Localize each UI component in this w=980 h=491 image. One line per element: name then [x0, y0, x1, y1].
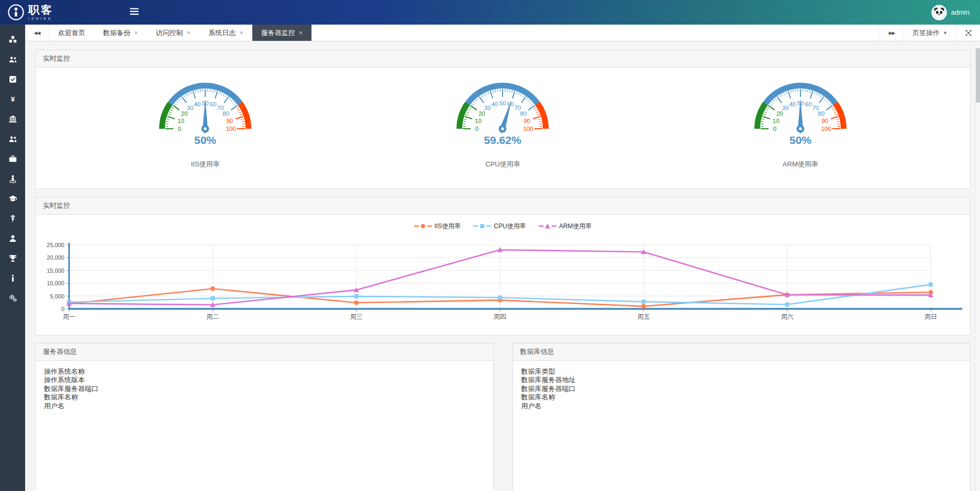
svg-text:周四: 周四	[494, 313, 506, 320]
gauge-title: IIS使用率	[191, 160, 220, 169]
scrollbar-thumb[interactable]	[976, 48, 980, 103]
tab-close-icon[interactable]: ×	[187, 29, 191, 36]
legend-marker-square-icon	[473, 223, 491, 229]
svg-text:90: 90	[226, 118, 233, 124]
svg-text:周二: 周二	[206, 313, 219, 320]
svg-text:30: 30	[187, 105, 194, 111]
svg-text:0: 0	[61, 306, 64, 312]
sidebar-item-graduation-cap[interactable]	[0, 188, 25, 208]
svg-text:¥: ¥	[10, 95, 15, 103]
user-menu[interactable]: admin	[931, 5, 980, 20]
gauge-value: 50%	[194, 134, 216, 146]
child-icon	[8, 214, 17, 223]
sidebar-item-child[interactable]	[0, 208, 25, 228]
gauge-2: 010203040506070809010050%ARM使用率	[748, 75, 853, 169]
db-info-panel: 数据库信息 数据库类型数据库服务器地址数据库服务器端口数据库名称用户名	[513, 343, 971, 491]
fullscreen-icon[interactable]	[956, 25, 980, 41]
svg-text:周日: 周日	[925, 313, 937, 320]
sidebar-item-cubes[interactable]	[0, 29, 25, 49]
svg-text:周六: 周六	[781, 313, 794, 320]
tab-label: 服务器监控	[261, 28, 295, 38]
gears-icon	[8, 294, 17, 303]
svg-text:100: 100	[226, 126, 236, 132]
sidebar-item-street-view[interactable]	[0, 169, 25, 188]
tab-1[interactable]: 数据备份×	[94, 25, 147, 41]
svg-text:100: 100	[821, 126, 831, 132]
svg-text:100: 100	[524, 126, 533, 132]
sidebar-item-info[interactable]	[0, 268, 25, 288]
sidebar-item-bank[interactable]	[0, 109, 25, 129]
svg-text:40: 40	[789, 101, 796, 107]
gauge-value: 50%	[789, 134, 811, 146]
logo-icon	[7, 4, 25, 21]
sidebar-item-yen[interactable]: ¥	[0, 89, 25, 109]
svg-text:周五: 周五	[637, 313, 650, 320]
info-list-item: 数据库名称	[521, 393, 962, 401]
info-list-item: 数据库服务器地址	[521, 376, 962, 384]
legend-label: CPU使用率	[494, 222, 526, 231]
info-list-item: 数据库名称	[44, 393, 485, 401]
svg-text:30: 30	[782, 105, 789, 111]
sidebar-item-briefcase[interactable]	[0, 149, 25, 169]
svg-text:15,000: 15,000	[47, 267, 64, 274]
legend-label: ARM使用率	[559, 222, 592, 231]
svg-text:25,000: 25,000	[47, 242, 64, 248]
server-info-title: 服务器信息	[36, 343, 493, 361]
info-list-item: 用户名	[44, 402, 485, 410]
hamburger-menu-icon[interactable]	[127, 5, 142, 20]
legend-marker-circle-icon	[414, 223, 432, 229]
tab-label: 访问控制	[156, 28, 183, 38]
gauge-0: 010203040506070809010050%IIS使用率	[153, 75, 258, 169]
gauge-chart: 010203040506070809010050%	[748, 75, 853, 148]
legend-item-circle[interactable]: IIS使用率	[414, 222, 461, 231]
gauge-panel: 实时监控 010203040506070809010050%IIS使用率0102…	[35, 50, 971, 189]
gauge-1: 010203040506070809010059.62%CPU使用率	[450, 75, 555, 169]
line-chart: 05,00010,00015,00020,00025,000周一周二周三周四周五…	[36, 236, 971, 326]
svg-text:周一: 周一	[63, 313, 75, 320]
svg-text:90: 90	[524, 118, 531, 124]
tab-close-icon[interactable]: ×	[239, 29, 243, 36]
sidebar-item-check-square[interactable]	[0, 69, 25, 89]
svg-text:20: 20	[478, 110, 485, 117]
briefcase-icon	[8, 154, 17, 163]
tab-close-icon[interactable]: ×	[134, 29, 138, 36]
svg-text:30: 30	[484, 105, 491, 111]
tabs-scroll-left-icon[interactable]: ◀◀	[25, 25, 49, 41]
legend-item-square[interactable]: CPU使用率	[473, 222, 526, 231]
yen-icon: ¥	[8, 95, 17, 104]
gauge-panel-title: 实时监控	[36, 50, 970, 68]
user-group-2-icon	[8, 135, 17, 143]
svg-text:10,000: 10,000	[47, 280, 64, 286]
tab-3[interactable]: 系统日志×	[199, 25, 252, 41]
info-list-item: 数据库服务器端口	[44, 385, 485, 393]
svg-text:10: 10	[773, 118, 779, 124]
logo-text: 职客	[28, 4, 53, 15]
svg-text:80: 80	[818, 110, 825, 117]
user-icon	[8, 234, 17, 243]
gauge-title: ARM使用率	[783, 160, 818, 169]
tab-close-icon[interactable]: ×	[299, 29, 303, 36]
sidebar-item-trophy[interactable]	[0, 248, 25, 268]
chart-legend: IIS使用率CPU使用率ARM使用率	[36, 221, 970, 231]
sidebar-item-user-group-2[interactable]	[0, 129, 25, 149]
info-list-item: 数据库类型	[521, 367, 962, 376]
legend-label: IIS使用率	[435, 222, 461, 231]
gauge-value: 59.62%	[484, 134, 522, 146]
tab-2[interactable]: 访问控制×	[147, 25, 200, 41]
tabs-scroll-right-icon[interactable]: ▶▶	[879, 25, 904, 41]
gauge-chart: 010203040506070809010059.62%	[450, 75, 555, 148]
tab-0[interactable]: 欢迎首页	[49, 25, 94, 41]
tab-actions-dropdown[interactable]: 页签操作 ▼	[904, 25, 956, 41]
gauge-chart: 010203040506070809010050%	[153, 75, 258, 148]
sidebar-item-user[interactable]	[0, 228, 25, 248]
tab-4[interactable]: 服务器监控×	[252, 25, 312, 41]
sidebar-item-gears[interactable]	[0, 288, 25, 308]
sidebar-item-user-group[interactable]	[0, 49, 25, 69]
info-list-item: 数据库服务器端口	[521, 385, 962, 393]
chevron-down-icon: ▼	[943, 30, 948, 36]
svg-text:20: 20	[181, 110, 188, 117]
line-panel-title: 实时监控	[36, 197, 970, 215]
legend-item-triangle[interactable]: ARM使用率	[539, 222, 592, 231]
svg-text:60: 60	[805, 101, 812, 107]
info-list-item: 操作系统版本	[44, 376, 485, 384]
